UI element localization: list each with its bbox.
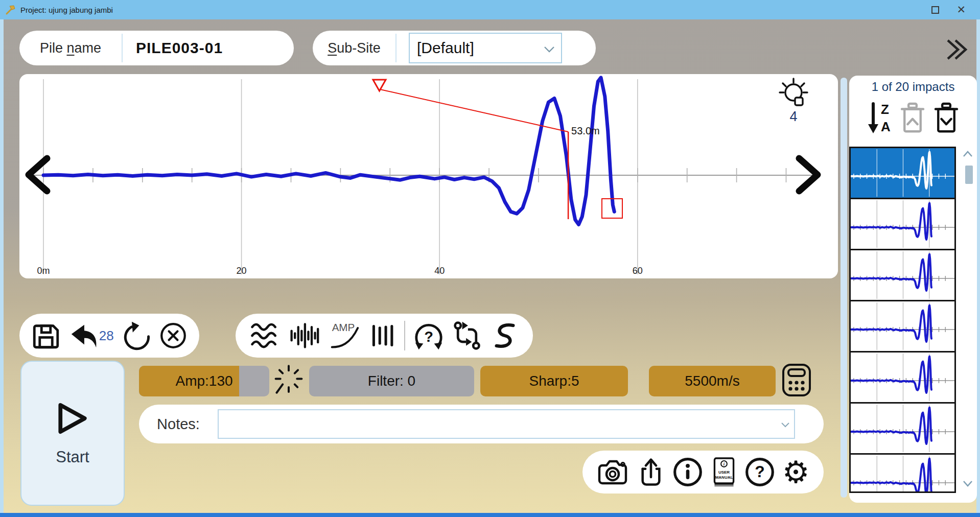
chevron-down-icon[interactable]: [781, 422, 790, 428]
undo-button[interactable]: 28: [68, 321, 114, 350]
notes-input[interactable]: [218, 409, 795, 439]
help-button[interactable]: ?: [744, 457, 775, 487]
impacts-sidebar: 1 of 20 impacts Z A: [849, 76, 977, 503]
oscillogram-button[interactable]: [288, 320, 320, 351]
bars-button[interactable]: [369, 320, 397, 351]
svg-text:?: ?: [755, 462, 765, 481]
impact-thumbnail[interactable]: [849, 198, 956, 249]
close-button[interactable]: ✕: [956, 5, 966, 15]
sharp-button[interactable]: Sharp:5: [480, 366, 628, 396]
svg-text:Z: Z: [881, 102, 889, 117]
svg-text:AMP: AMP: [332, 321, 355, 333]
route-swap-icon: [452, 320, 482, 351]
impact-thumbnail[interactable]: [849, 147, 956, 198]
window-frame-bottom: [0, 513, 980, 517]
route-button[interactable]: [452, 320, 482, 351]
depth-marker-label: 53.0m: [571, 125, 600, 136]
bulb-button[interactable]: 4: [776, 76, 811, 125]
maximize-button[interactable]: [931, 6, 939, 14]
scroll-right-button[interactable]: [794, 155, 823, 195]
redo-button[interactable]: [122, 320, 151, 351]
svg-text:20: 20: [237, 266, 247, 276]
amp-curve-icon: AMP: [327, 320, 362, 351]
notes-row: Notes:: [139, 405, 824, 443]
chevron-left-icon: [24, 155, 52, 195]
chevron-up-icon: [963, 150, 973, 157]
waveform-plot[interactable]: 0m204060 53.0m: [19, 74, 838, 278]
svg-text:USER: USER: [718, 470, 730, 475]
undo-count-label: 28: [99, 328, 114, 344]
amp-button[interactable]: Amp:130: [139, 366, 269, 396]
close-icon: ✕: [956, 5, 966, 15]
export-button[interactable]: [636, 457, 666, 487]
filter-button[interactable]: Filter: 0: [309, 366, 474, 396]
impact-thumbnail[interactable]: [849, 453, 956, 493]
svg-text:0m: 0m: [37, 266, 50, 276]
settings-button[interactable]: ⚙: [782, 457, 810, 487]
subsite-field: Sub-Site [Default]: [313, 31, 596, 65]
marker-triangle-icon[interactable]: [373, 80, 386, 91]
impact-thumbnail[interactable]: [849, 249, 956, 300]
window-titlebar[interactable]: Project: ujung jabung jambi ✕: [0, 0, 980, 19]
actions-toolbar: i USER MANUAL ? ⚙: [582, 451, 824, 494]
velocity-button[interactable]: 5500m/s: [649, 366, 776, 396]
impact-thumbnail[interactable]: [849, 402, 956, 453]
scroll-left-button[interactable]: [24, 155, 52, 195]
double-chevron-right-icon: [944, 37, 968, 62]
subsite-select[interactable]: [Default]: [409, 33, 562, 63]
user-manual-button[interactable]: i USER MANUAL: [710, 456, 738, 488]
restore-trash-button[interactable]: [898, 101, 927, 135]
impact-list[interactable]: [849, 147, 956, 493]
cancel-button[interactable]: [159, 322, 187, 349]
pile-name-label: Pile name: [19, 40, 122, 56]
bars-icon: [369, 320, 397, 351]
edit-toolbar: 28: [19, 314, 199, 358]
scroll-down-button[interactable]: [963, 480, 974, 487]
start-label: Start: [56, 448, 89, 466]
snapshot-button[interactable]: [596, 457, 629, 487]
amp-label: Amp:130: [139, 366, 269, 396]
hammer-icon: [5, 4, 16, 15]
calculator-button[interactable]: [781, 363, 812, 397]
panel-splitter[interactable]: [841, 78, 847, 498]
window-title: Project: ujung jabung jambi: [20, 6, 113, 14]
subsite-label: Sub-Site: [313, 40, 395, 56]
info-button[interactable]: [672, 457, 703, 487]
processing-toolbar: AMP ?: [236, 314, 533, 358]
user-manual-icon: i USER MANUAL: [710, 456, 738, 488]
scrollbar-thumb[interactable]: [965, 166, 973, 184]
wave-filter-button[interactable]: [249, 320, 281, 351]
amp-curve-button[interactable]: AMP: [327, 320, 362, 351]
window-frame-right: [976, 19, 980, 513]
camera-icon: [596, 457, 629, 487]
svg-text:?: ?: [424, 328, 433, 345]
spiral-button[interactable]: [490, 320, 520, 351]
signal-chart-panel: 0m204060 53.0m: [19, 74, 838, 278]
question-icon: ?: [744, 457, 775, 487]
waveform-path: [43, 78, 614, 225]
notes-label: Notes:: [139, 416, 218, 433]
svg-text:60: 60: [633, 266, 643, 276]
svg-text:MANUAL: MANUAL: [715, 475, 733, 480]
info-icon: [672, 457, 703, 487]
save-button[interactable]: [32, 321, 60, 350]
expand-panel-button[interactable]: [944, 37, 968, 62]
lightbulb-icon: [776, 76, 811, 110]
pile-name-input[interactable]: PILE003-01: [123, 39, 223, 57]
bulb-count-label: 4: [776, 109, 811, 125]
maximize-icon: [931, 6, 939, 14]
filter-label: Filter: 0: [309, 366, 474, 396]
redo-circle-icon: [122, 320, 151, 351]
window-frame-left: [0, 19, 4, 513]
spiral-icon: [490, 320, 520, 351]
trash-restore-icon: [898, 101, 927, 135]
start-button[interactable]: Start: [20, 361, 125, 506]
gear-icon: ⚙: [782, 457, 810, 487]
scroll-up-button[interactable]: [963, 150, 974, 157]
sort-za-button[interactable]: Z A: [866, 100, 893, 136]
impact-thumbnail[interactable]: [849, 300, 956, 351]
auto-detect-button[interactable]: ?: [413, 320, 445, 351]
impact-thumbnail[interactable]: [849, 351, 956, 402]
play-icon: [53, 400, 92, 437]
delete-trash-button[interactable]: [932, 101, 961, 135]
